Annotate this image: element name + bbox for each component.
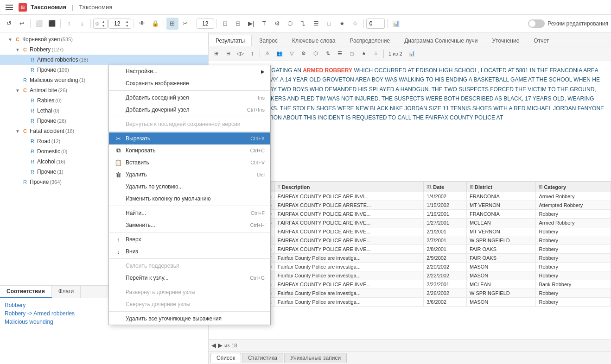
- btn-1[interactable]: ⬜: [33, 18, 45, 30]
- ct-square-btn[interactable]: □: [346, 48, 357, 59]
- right-tab-Результаты[interactable]: Результаты: [209, 35, 252, 46]
- num-input-3[interactable]: [199, 20, 212, 27]
- settings-btn[interactable]: ⚙: [271, 18, 283, 30]
- th-Description[interactable]: T Description: [274, 182, 423, 192]
- tab-matches[interactable]: Соответствия: [0, 286, 52, 298]
- tree-toggle-animalbite[interactable]: ▼: [15, 88, 20, 93]
- ct-sort-btn[interactable]: ⇅: [322, 48, 333, 59]
- tree-toggle-malwound[interactable]: [15, 77, 20, 83]
- filter-btn-2[interactable]: ⊟: [232, 18, 244, 30]
- context-menu-item-Вырезать[interactable]: ✂ВырезатьCtrl+X: [109, 132, 270, 144]
- tree-toggle-armed[interactable]: [22, 57, 28, 63]
- square-btn[interactable]: □: [323, 18, 335, 30]
- text-btn[interactable]: T: [258, 18, 270, 30]
- context-menu-item-Заменить---[interactable]: Заменить...Ctrl+H: [109, 219, 270, 231]
- th-District[interactable]: ⊞ District: [466, 182, 536, 192]
- footer-tab-Статистика[interactable]: Статистика: [242, 353, 283, 363]
- tree-node-armed[interactable]: RArmed robberies (18): [0, 55, 208, 65]
- sort-btn[interactable]: ⇅: [297, 18, 309, 30]
- tree-toggle-prochie4[interactable]: [15, 179, 20, 185]
- context-menu-item-Изменить-колонку-по-умолчанию[interactable]: Изменить колонку по умолчанию: [109, 193, 270, 205]
- th-Category[interactable]: ⊞ Category: [536, 182, 611, 192]
- ct-list-btn[interactable]: ☰: [334, 48, 345, 59]
- context-menu-item-Настройки---[interactable]: Настройки...▶: [109, 65, 270, 77]
- hamburger-menu[interactable]: [4, 3, 15, 12]
- tree-node-robbery[interactable]: ▼CRobbery (127): [0, 44, 208, 55]
- toggle-switch[interactable]: [528, 19, 545, 28]
- main-layout: ▼CКорневой узел (535)▼CRobbery (127)RArm…: [0, 32, 611, 364]
- num-box-2[interactable]: 12 ▲▼: [108, 19, 131, 29]
- down-btn[interactable]: ↓: [76, 18, 88, 30]
- num-box-1[interactable]: 0r ▲▼: [93, 19, 108, 29]
- lock-btn[interactable]: 🔒: [149, 18, 161, 30]
- tree-toggle-domestic[interactable]: [22, 149, 28, 154]
- ct-people-btn[interactable]: 👥: [274, 48, 285, 59]
- tree-toggle-alcohol[interactable]: [22, 159, 28, 164]
- tree-toggle-fatalaccident[interactable]: ▼: [15, 128, 20, 134]
- th-Date[interactable]: 31 Date: [424, 182, 467, 192]
- td-date: 1/4/2002: [424, 192, 467, 201]
- right-tab-Уточнение[interactable]: Уточнение: [485, 35, 526, 46]
- tree-toggle-root[interactable]: ▼: [7, 37, 13, 42]
- scissors-btn[interactable]: ✂: [179, 18, 191, 30]
- content-toolbar: ⊞ ⊟ ◁▷ T ⚠ 👥 ▽ ⚙ ⬡ ⇅ ☰ □ ★ ☆ 1 из 2 📊: [209, 46, 611, 61]
- context-menu-item-Сохранить-изображение[interactable]: Сохранить изображение: [109, 77, 270, 89]
- network-btn[interactable]: ⬡: [284, 18, 296, 30]
- arrow-right-btn[interactable]: ▶|: [245, 18, 257, 30]
- ct-text-btn[interactable]: T: [247, 48, 258, 59]
- eye-btn[interactable]: 👁: [136, 18, 148, 30]
- back-btn[interactable]: ↩: [16, 18, 28, 30]
- tree-node-root[interactable]: ▼CКорневой узел (535): [0, 34, 208, 44]
- filter-btn-1[interactable]: ⊡: [219, 18, 231, 30]
- ct-star2-btn[interactable]: ☆: [370, 48, 382, 59]
- ct-filter-btn[interactable]: ▽: [286, 48, 297, 59]
- list-btn[interactable]: ☰: [310, 18, 322, 30]
- context-menu-item-Вверх[interactable]: ↑Вверх: [109, 233, 270, 245]
- footer-tab-Уникальные-записи[interactable]: Уникальные записи: [284, 353, 347, 363]
- context-menu-item-Найти---[interactable]: Найти...Ctrl+F: [109, 207, 270, 219]
- context-menu-item-Добавить-дочерний-узел[interactable]: Добавить дочерний узелCtrl+Ins: [109, 104, 270, 116]
- num-box-3[interactable]: [197, 19, 214, 29]
- ct-switch-btn[interactable]: ◁▷: [235, 48, 246, 59]
- right-tab-Отчет[interactable]: Отчет: [527, 35, 556, 46]
- ct-chart-btn[interactable]: 📊: [406, 48, 417, 59]
- up-btn[interactable]: ↑: [63, 18, 75, 30]
- cm-item-shortcut: Ctrl+X: [250, 136, 265, 141]
- chart-btn[interactable]: 📊: [390, 18, 402, 30]
- context-menu-item-Удалить[interactable]: 🗑УдалитьDel: [109, 169, 270, 181]
- tab-flags[interactable]: Флаги: [52, 286, 81, 298]
- tree-toggle-prochie3[interactable]: [22, 169, 28, 175]
- tf-next-btn[interactable]: ▶: [218, 342, 223, 349]
- tree-toggle-prochie2[interactable]: [22, 118, 28, 124]
- tree-toggle-robbery[interactable]: ▼: [15, 47, 20, 52]
- ct-star-btn[interactable]: ★: [358, 48, 369, 59]
- tree-toggle-rabies[interactable]: [22, 98, 28, 103]
- context-menu-item-Вставить[interactable]: 📋ВставитьCtrl+V: [109, 157, 270, 169]
- tree-toggle-lethal[interactable]: [22, 108, 28, 113]
- right-tab-Запрос[interactable]: Запрос: [252, 35, 285, 46]
- right-tab-Диаграмма-Солнечные-лучи[interactable]: Диаграмма Солнечные лучи: [397, 35, 484, 46]
- context-menu-item-Удалить-по-условию---[interactable]: Удалить по условию...: [109, 181, 270, 193]
- grid-btn[interactable]: ⊞: [166, 18, 178, 30]
- right-tab-Ключевые-слова[interactable]: Ключевые слова: [285, 35, 342, 46]
- ct-col-btn[interactable]: ⊟: [223, 48, 234, 59]
- star2-btn[interactable]: ☆: [349, 18, 361, 30]
- refresh-btn[interactable]: ↺: [3, 18, 15, 30]
- btn-2[interactable]: ⬛: [46, 18, 58, 30]
- ct-gear-btn[interactable]: ⚙: [298, 48, 309, 59]
- tree-toggle-road[interactable]: [22, 138, 28, 144]
- context-menu-item-Удалить-все-уточняющие-выражен[interactable]: Удалить все уточняющие выражения: [109, 313, 270, 325]
- tree-toggle-prochie1[interactable]: [22, 67, 28, 73]
- ct-table-btn[interactable]: ⊞: [210, 48, 222, 59]
- context-menu-item-Копировать[interactable]: ⧉КопироватьCtrl+C: [109, 144, 270, 157]
- context-menu-item-Вниз[interactable]: ↓Вниз: [109, 245, 270, 257]
- context-menu-item-Добавить-соседний-узел[interactable]: Добавить соседний узелIns: [109, 92, 270, 104]
- ct-net-btn[interactable]: ⬡: [310, 48, 321, 59]
- right-tab-Распределение[interactable]: Распределение: [343, 35, 397, 46]
- tf-prev-btn[interactable]: ◀: [211, 342, 216, 349]
- ct-warn-btn[interactable]: ⚠: [262, 48, 273, 59]
- footer-tab-Список[interactable]: Список: [210, 353, 241, 363]
- num-input-2[interactable]: 12: [111, 20, 124, 27]
- context-menu-item-Перейти-к-узлу---[interactable]: Перейти к узлу...Ctrl+G: [109, 272, 270, 284]
- star-btn[interactable]: ★: [336, 18, 348, 30]
